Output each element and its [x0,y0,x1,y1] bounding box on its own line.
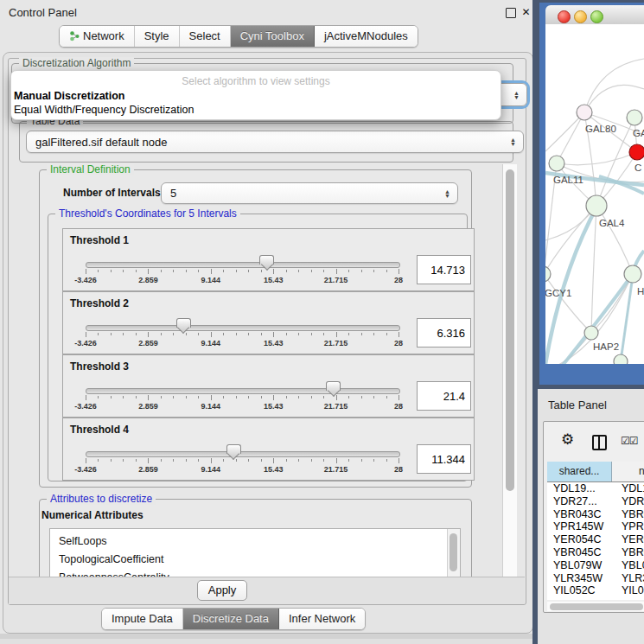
node-label: C [634,163,641,173]
network-edge-highlighted [545,207,596,364]
network-node-gal4[interactable] [586,195,607,216]
table-data-combobox[interactable]: galFiltered.sif default node ▲▼ [26,131,524,153]
tick-mark [161,270,162,272]
tick-label: 2.859 [138,465,158,474]
bottom-tab-infer-network[interactable]: Infer Network [279,609,365,629]
tick-mark [123,333,124,335]
algorithm-option-equal-width-frequency-discretization[interactable]: Equal Width/Frequency Discretization [14,103,498,117]
columns-icon[interactable] [592,435,607,450]
tick-mark [323,459,324,462]
tick-mark [186,270,187,272]
column-header-name[interactable]: na [612,462,644,481]
network-node-ga[interactable] [627,110,642,125]
network-node-c[interactable] [629,144,644,160]
tick-mark [336,269,337,274]
column-header-shared-name[interactable]: shared... [547,462,612,481]
threshold-value-field[interactable]: 21.4 [417,381,471,411]
tick-label: -3.426 [74,276,97,284]
algorithm-option-manual-discretization[interactable]: Manual Discretization [14,89,498,103]
network-canvas[interactable]: GAL80GACGAL11GAL4GCY1HHAP2 [545,24,644,364]
close-traffic-light-icon[interactable] [558,10,571,23]
threshold-value-field[interactable]: 14.713 [417,255,471,284]
node-label: GAL11 [553,175,583,185]
tab-select[interactable]: Select [180,26,231,47]
network-icon [69,30,80,41]
tick-mark [336,395,337,400]
tick-mark [286,459,287,462]
slider-track[interactable] [86,262,400,268]
tick-mark [248,333,249,335]
tab-label: Style [144,29,169,42]
tick-mark [261,396,262,399]
tick-label: 21.715 [324,339,348,348]
bottom-tab-impute-data[interactable]: Impute Data [102,609,183,629]
tick-mark [298,333,299,335]
table-row[interactable]: YIL052CYIL0 [547,584,644,597]
tick-mark [236,396,237,399]
tick-mark [123,459,124,462]
float-window-icon[interactable] [506,8,516,18]
tick-mark [361,396,362,399]
node-table[interactable]: shared... na YDL19...YDL1YDR27...YDR2YBR… [547,462,644,600]
main-scrollbar[interactable] [502,164,517,577]
table-row[interactable]: YER054CYER0 [547,533,644,546]
minimize-traffic-light-icon[interactable] [574,10,587,23]
bottom-tab-discretize-data[interactable]: Discretize Data [183,609,279,629]
attributes-scrollbar[interactable] [447,529,460,577]
tick-mark [311,333,312,335]
checkbox-icons[interactable]: ☑☑ [621,435,638,447]
threshold-value-field[interactable]: 6.316 [417,318,471,348]
table-row[interactable]: YBR043CYBR0 [547,508,644,521]
table-row[interactable]: YBR045CYBR0 [547,546,644,559]
network-node-gal80[interactable] [577,105,592,120]
close-panel-icon[interactable]: ✕ [521,8,531,17]
table-row[interactable]: YBL079WYBL0 [547,559,644,572]
network-node[interactable] [614,354,628,364]
network-node-hap2[interactable] [584,326,598,340]
tab-jactivemnodules[interactable]: jActiveMNodules [315,26,418,47]
number-of-intervals-combobox[interactable]: 5 ▲▼ [161,182,458,204]
attributes-scrollbar-thumb[interactable] [450,533,457,571]
threshold-value-field[interactable]: 11.344 [417,444,471,474]
slider-track[interactable] [86,388,400,394]
attribute-item[interactable]: BetweennessCentrality [59,569,169,577]
tick-mark [148,458,149,463]
gear-icon[interactable]: ⚙ [561,432,574,447]
slider-thumb[interactable] [326,381,341,391]
tick-mark [86,269,86,274]
slider-thumb[interactable] [176,318,191,328]
tick-mark [98,333,99,335]
numerical-attributes-list[interactable]: SelfLoopsTopologicalCoefficientBetweenne… [49,528,461,577]
tab-style[interactable]: Style [135,26,180,47]
table-row[interactable]: YDR27...YDR2 [547,495,644,508]
attribute-item[interactable]: SelfLoops [59,532,107,550]
table-row[interactable]: YDL19...YDL1 [547,482,644,495]
tab-cyni-toolbox[interactable]: Cyni Toolbox [231,26,315,47]
slider-track[interactable] [86,325,400,331]
table-row[interactable]: YLR345WYLR3 [547,572,644,585]
table-hscrollbar-thumb[interactable] [550,603,643,610]
tick-mark [348,396,349,399]
zoom-traffic-light-icon[interactable] [590,10,603,23]
table-row[interactable]: YPR145WYPR1 [547,520,644,533]
slider-thumb[interactable] [259,255,274,265]
tab-network[interactable]: Network [60,26,135,47]
tick-mark [286,270,287,272]
tab-label: Cyni Toolbox [240,29,304,42]
attribute-item[interactable]: TopologicalCoefficient [59,551,163,568]
slider-thumb[interactable] [226,444,241,454]
slider-track[interactable] [86,451,400,457]
tick-mark [236,333,237,335]
apply-button[interactable]: Apply [197,580,247,601]
network-node-gal11[interactable] [549,156,564,171]
network-node-gcy1[interactable] [545,266,551,282]
tick-label: 9.144 [201,339,221,348]
network-node-h[interactable] [624,265,641,283]
tick-mark [348,459,349,462]
main-scrollbar-thumb[interactable] [506,169,514,491]
tick-mark [323,396,324,399]
table-horizontal-scrollbar[interactable] [547,602,644,611]
tab-label: jActiveMNodules [324,29,408,42]
tick-mark [173,459,174,462]
name-cell: YBR0 [622,508,644,521]
